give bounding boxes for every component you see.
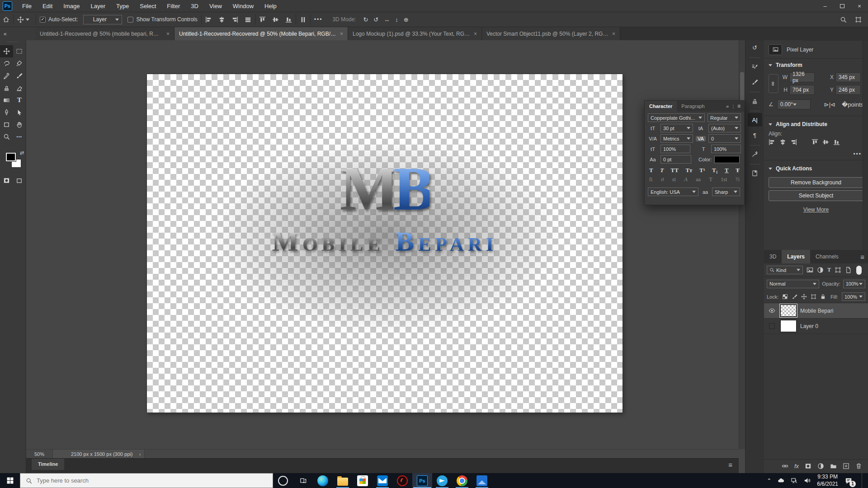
taskbar-app-red[interactable]	[392, 473, 412, 488]
move-tool[interactable]	[0, 45, 13, 57]
tab-3d[interactable]: 3D	[764, 250, 782, 263]
layer-name[interactable]: Layer 0	[800, 323, 818, 329]
clone-stamp-tool[interactable]	[0, 82, 13, 94]
brush-settings-panel-icon[interactable]	[748, 60, 762, 73]
canvas[interactable]: MB Mobile Bepari	[147, 74, 623, 413]
collapse-panel-icon[interactable]: »	[726, 103, 729, 109]
auto-select-checkbox[interactable]	[40, 17, 46, 23]
show-transform-checkbox[interactable]	[127, 17, 133, 23]
task-view-button[interactable]	[293, 473, 313, 488]
search-icon[interactable]	[840, 16, 847, 23]
tab-character[interactable]: Character	[645, 101, 677, 112]
delete-layer-icon[interactable]	[855, 463, 862, 469]
remove-background-button[interactable]: Remove Background	[769, 177, 863, 188]
fractions-button[interactable]: ½	[736, 176, 740, 183]
baseline-shift-field[interactable]: 0 pt	[660, 155, 691, 164]
minimize-button[interactable]: –	[816, 0, 834, 12]
align-bottom-icon[interactable]	[833, 139, 840, 145]
3d-orbit-icon[interactable]: ↻	[363, 16, 368, 23]
volume-icon[interactable]	[804, 477, 811, 484]
lock-all-icon[interactable]	[820, 294, 826, 300]
tab-paragraph[interactable]: Paragraph	[677, 101, 709, 112]
align-bottom-icon[interactable]	[285, 16, 292, 23]
align-right-icon[interactable]	[231, 16, 238, 23]
zoom-level[interactable]: 50%	[26, 451, 52, 457]
move-tool-icon[interactable]	[17, 16, 24, 23]
filter-smart-objects-icon[interactable]	[845, 267, 852, 273]
paragraph-panel-icon[interactable]: ¶	[748, 128, 762, 142]
flip-horizontal-icon[interactable]: ⊳|⊲	[824, 101, 835, 108]
contextual-alternates-button[interactable]: ơ	[661, 176, 664, 183]
restore-button[interactable]	[834, 0, 851, 12]
lock-paint-icon[interactable]	[792, 294, 797, 300]
new-layer-icon[interactable]	[843, 463, 849, 469]
action-center-button[interactable]: 1	[844, 476, 853, 485]
anti-alias-dropdown[interactable]: Sharp	[712, 188, 740, 196]
network-icon[interactable]	[791, 477, 797, 484]
y-field[interactable]: 246 px	[835, 85, 861, 95]
height-field[interactable]: 704 px	[789, 85, 815, 95]
layer-filter-toggle[interactable]	[856, 266, 862, 275]
taskbar-search[interactable]	[20, 473, 273, 488]
swash-button[interactable]: A	[684, 176, 687, 183]
align-section-header[interactable]: Align and Distribute	[764, 118, 868, 131]
workspace-icon[interactable]	[855, 16, 862, 23]
discretionary-ligatures-button[interactable]: st	[672, 176, 676, 183]
document-tab[interactable]: Untitled-1-Recovered @ 50% (mobile bepar…	[35, 27, 175, 40]
menu-3d[interactable]: 3D	[185, 0, 204, 12]
chevron-right-icon[interactable]: ›	[139, 451, 141, 457]
filter-type-layers-icon[interactable]: T	[827, 267, 831, 273]
align-center-vertical-icon[interactable]	[822, 139, 829, 145]
onedrive-icon[interactable]	[778, 477, 784, 484]
collapse-toolbar-icon[interactable]: «	[0, 27, 35, 40]
flip-vertical-icon[interactable]: �points	[842, 101, 863, 108]
menu-filter[interactable]: Filter	[161, 0, 185, 12]
faux-italic-button[interactable]: T	[660, 167, 664, 174]
horizontal-scale-field[interactable]: 100%	[711, 145, 741, 153]
layer-thumbnail[interactable]	[780, 305, 797, 317]
search-input[interactable]	[37, 477, 245, 484]
menu-view[interactable]: View	[204, 0, 227, 12]
clone-source-panel-icon[interactable]	[748, 94, 762, 108]
tab-channels[interactable]: Channels	[810, 250, 844, 263]
close-tab-icon[interactable]: ×	[340, 31, 343, 37]
transform-section-header[interactable]: Transform	[764, 59, 868, 71]
font-family-dropdown[interactable]: Copperplate Gothi...	[648, 113, 705, 122]
blend-mode-dropdown[interactable]: Normal	[767, 280, 819, 288]
small-caps-button[interactable]: Tᴛ	[685, 167, 692, 174]
layer-row-mobile-bepari[interactable]: Mobile Bepari	[764, 303, 868, 319]
titling-alternates-button[interactable]: T	[709, 176, 712, 183]
menu-window[interactable]: Window	[227, 0, 259, 12]
filter-adjustment-layers-icon[interactable]	[817, 267, 824, 273]
screen-mode-button[interactable]	[13, 174, 26, 187]
layer-name[interactable]: Mobile Bepari	[800, 308, 833, 314]
align-top-icon[interactable]	[259, 16, 266, 23]
language-dropdown[interactable]: English: USA	[648, 188, 698, 196]
menu-image[interactable]: Image	[58, 0, 85, 12]
more-align-options-icon[interactable]: •••	[314, 16, 323, 23]
ligatures-button[interactable]: fi	[649, 176, 652, 183]
libraries-panel-icon[interactable]	[748, 166, 762, 180]
close-button[interactable]: ×	[851, 0, 868, 12]
taskbar-app-edge[interactable]	[313, 473, 333, 488]
document-tab[interactable]: Vector Smart Object11.psb @ 50% (Layer 2…	[482, 27, 620, 40]
leading-dropdown[interactable]: (Auto)	[708, 124, 741, 132]
lock-transparent-icon[interactable]	[782, 294, 788, 300]
visibility-toggle[interactable]	[767, 307, 777, 314]
document-tab-active[interactable]: Untitled-1-Recovered-Recovered @ 50% (Mo…	[175, 27, 348, 40]
align-right-icon[interactable]	[790, 139, 797, 145]
font-size-dropdown[interactable]: 30 pt	[660, 124, 693, 132]
ordinals-button[interactable]: 1st	[721, 176, 727, 183]
layers-menu-icon[interactable]: ≡	[860, 253, 864, 260]
x-field[interactable]: 345 px	[835, 72, 861, 82]
new-group-icon[interactable]	[830, 463, 837, 469]
strikethrough-button[interactable]: Ŧ	[736, 167, 740, 174]
menu-file[interactable]: File	[17, 0, 37, 12]
cortana-button[interactable]	[273, 473, 293, 488]
swap-colors-icon[interactable]: ⇄	[20, 150, 24, 156]
character-panel-icon[interactable]: A|	[748, 113, 762, 127]
opacity-field[interactable]: 100%	[843, 280, 865, 288]
subscript-button[interactable]: T₁	[712, 167, 718, 174]
show-desktop-button[interactable]	[862, 473, 864, 488]
panel-scroll-gutter[interactable]	[863, 41, 868, 250]
